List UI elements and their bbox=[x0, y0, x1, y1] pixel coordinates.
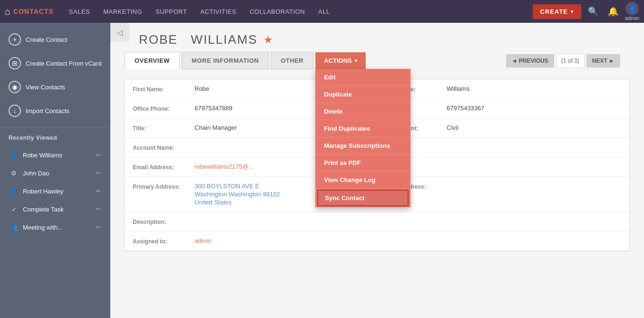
edit-icon[interactable]: ✏ bbox=[95, 223, 102, 231]
recent-label: Robe Williams bbox=[23, 152, 91, 159]
edit-icon[interactable]: ✏ bbox=[95, 187, 102, 195]
recent-item-meeting[interactable]: 👥 Meeting with... ✏ bbox=[9, 218, 102, 236]
meeting-icon: 👥 bbox=[9, 222, 19, 232]
import-icon: ↓ bbox=[9, 105, 21, 117]
next-button[interactable]: NEXT ► bbox=[586, 54, 620, 67]
favorite-star-icon[interactable]: ★ bbox=[263, 34, 273, 46]
recent-item-complete-task[interactable]: ✓ Complete Task ✏ bbox=[9, 200, 102, 218]
edit-icon[interactable]: ✏ bbox=[95, 205, 102, 213]
address-line2: Washington Washington 98102 bbox=[195, 191, 280, 198]
last-name-value: Williams bbox=[447, 85, 469, 92]
nav-right: CREATE ▾ 🔍 🔔 👤 admin bbox=[533, 2, 639, 21]
create-contact-action[interactable]: + Create Contact bbox=[0, 28, 110, 51]
empty-cell-2 bbox=[377, 231, 629, 251]
admin-area[interactable]: 👤 admin bbox=[625, 2, 639, 21]
previous-button[interactable]: ◄ PREVIOUS bbox=[506, 54, 554, 67]
title-value: Chain Manager bbox=[195, 124, 237, 131]
pagination: ◄ PREVIOUS (1 of 3) NEXT ► bbox=[506, 54, 630, 68]
description-label: Description: bbox=[133, 218, 195, 225]
title-label: Title: bbox=[133, 124, 195, 132]
last-name-cell: Last Name: Williams bbox=[377, 79, 629, 99]
recent-item-robe-williams[interactable]: 👤 Robe Williams ✏ bbox=[9, 146, 102, 164]
create-from-vcard-action[interactable]: ⊞ Create Contact From vCard bbox=[0, 51, 110, 75]
sidebar-actions: + Create Contact ⊞ Create Contact From v… bbox=[0, 23, 110, 128]
edit-icon[interactable]: ✏ bbox=[95, 169, 102, 177]
menu-edit[interactable]: Edit bbox=[315, 69, 410, 86]
import-contacts-action[interactable]: ↓ Import Contacts bbox=[0, 99, 110, 123]
empty-cell bbox=[377, 157, 629, 177]
top-nav: ⌂ CONTACTS SALES MARKETING SUPPORT ACTIV… bbox=[0, 0, 644, 23]
contact-last-name: WILLIAMS bbox=[191, 32, 257, 47]
nav-sales[interactable]: SALES bbox=[63, 5, 96, 18]
tab-bar-row: OVERVIEW MORE INFORMATION OTHER ACTIONS … bbox=[110, 52, 644, 69]
assigned-to-cell: Assigned to: admin bbox=[125, 231, 377, 251]
person-icon: 👤 bbox=[9, 150, 19, 160]
notifications-button[interactable]: 🔔 bbox=[605, 3, 621, 19]
menu-duplicate[interactable]: Duplicate bbox=[315, 86, 410, 103]
chevron-down-icon: ▾ bbox=[355, 58, 357, 63]
tab-overview[interactable]: OVERVIEW bbox=[125, 52, 180, 69]
menu-find-duplicates[interactable]: Find Duplicates bbox=[315, 120, 410, 137]
search-button[interactable]: 🔍 bbox=[585, 3, 601, 19]
recent-item-john-dao[interactable]: ⚙ John Dao ✏ bbox=[9, 164, 102, 182]
office-phone-label: Office Phone: bbox=[133, 105, 195, 112]
nav-items: SALES MARKETING SUPPORT ACTIVITIES COLLA… bbox=[63, 5, 533, 18]
pagination-info: (1 of 3) bbox=[556, 54, 585, 68]
brand-label[interactable]: CONTACTS bbox=[13, 8, 54, 15]
other-address-cell: Other Address: bbox=[377, 177, 629, 212]
nav-support[interactable]: SUPPORT bbox=[150, 5, 193, 18]
department-cell: Department: Civil bbox=[377, 118, 629, 138]
first-name-value: Robe bbox=[195, 85, 209, 92]
person-icon: 👤 bbox=[9, 186, 19, 196]
department-value: Civil bbox=[447, 124, 459, 131]
admin-label: admin bbox=[625, 15, 639, 21]
fax-cell: Fax: bbox=[377, 138, 629, 157]
plus-icon: + bbox=[9, 33, 21, 46]
actions-dropdown-button[interactable]: ACTIONS ▾ Edit Duplicate Delete Find Dup… bbox=[315, 52, 366, 69]
recent-label: Robert Hawley bbox=[23, 188, 91, 195]
nav-all[interactable]: ALL bbox=[312, 5, 336, 18]
menu-sync-contact[interactable]: Sync Contact bbox=[317, 190, 409, 206]
create-contact-label: Create Contact bbox=[26, 36, 67, 43]
menu-print-pdf[interactable]: Print as PDF bbox=[315, 154, 410, 172]
primary-address-label: Primary Address: bbox=[133, 183, 195, 190]
recent-label: Complete Task bbox=[23, 206, 91, 213]
edit-icon[interactable]: ✏ bbox=[95, 151, 102, 159]
recent-label: John Dao bbox=[23, 170, 91, 177]
office-phone-value: 67975347889 bbox=[195, 105, 233, 112]
primary-address-value: 300 BOYLSTON AVE E Washington Washington… bbox=[195, 183, 280, 206]
avatar: 👤 bbox=[625, 2, 639, 15]
tab-more-information[interactable]: MORE INFORMATION bbox=[182, 52, 269, 69]
create-button[interactable]: CREATE ▾ bbox=[533, 4, 581, 19]
assigned-to-value[interactable]: admin bbox=[195, 237, 211, 244]
tab-other[interactable]: OTHER bbox=[271, 52, 313, 69]
eye-icon: ◉ bbox=[9, 81, 21, 93]
contact-name: ROBE WILLIAMS bbox=[139, 32, 258, 47]
nav-activities[interactable]: ACTIVITIES bbox=[195, 5, 242, 18]
actions-label: ACTIONS bbox=[324, 57, 352, 64]
import-contacts-label: Import Contacts bbox=[26, 107, 69, 115]
sidebar: + Create Contact ⊞ Create Contact From v… bbox=[0, 23, 110, 318]
vcard-icon: ⊞ bbox=[9, 57, 21, 69]
task-icon: ✓ bbox=[9, 204, 19, 214]
address-line3: United States bbox=[195, 199, 280, 206]
create-from-vcard-label: Create Contact From vCard bbox=[26, 60, 102, 67]
assigned-to-label: Assigned to: bbox=[133, 237, 195, 245]
contact-header: ROBE WILLIAMS ★ bbox=[110, 23, 644, 52]
nav-collaboration[interactable]: COLLABORATION bbox=[244, 5, 311, 18]
view-contacts-action[interactable]: ◉ View Contacts bbox=[0, 75, 110, 99]
first-name-label: First Name: bbox=[133, 85, 195, 93]
recently-viewed-title: Recently Viewed bbox=[9, 135, 102, 141]
layout: + Create Contact ⊞ Create Contact From v… bbox=[0, 23, 644, 318]
recently-viewed-section: Recently Viewed 👤 Robe Williams ✏ ⚙ John… bbox=[0, 128, 110, 240]
menu-view-change-log[interactable]: View Change Log bbox=[315, 172, 410, 189]
mobile-cell: Mobile: 67975433367 bbox=[377, 99, 629, 118]
tabs: OVERVIEW MORE INFORMATION OTHER ACTIONS … bbox=[125, 52, 366, 69]
email-value[interactable]: robewilliams2175@... bbox=[195, 163, 254, 170]
nav-marketing[interactable]: MARKETING bbox=[98, 5, 148, 18]
menu-delete[interactable]: Delete bbox=[315, 103, 410, 120]
recent-item-robert-hawley[interactable]: 👤 Robert Hawley ✏ bbox=[9, 182, 102, 200]
home-icon[interactable]: ⌂ bbox=[5, 6, 10, 17]
menu-manage-subscriptions[interactable]: Manage Subscriptions bbox=[315, 137, 410, 154]
back-arrow-button[interactable]: ◁ bbox=[110, 23, 129, 42]
